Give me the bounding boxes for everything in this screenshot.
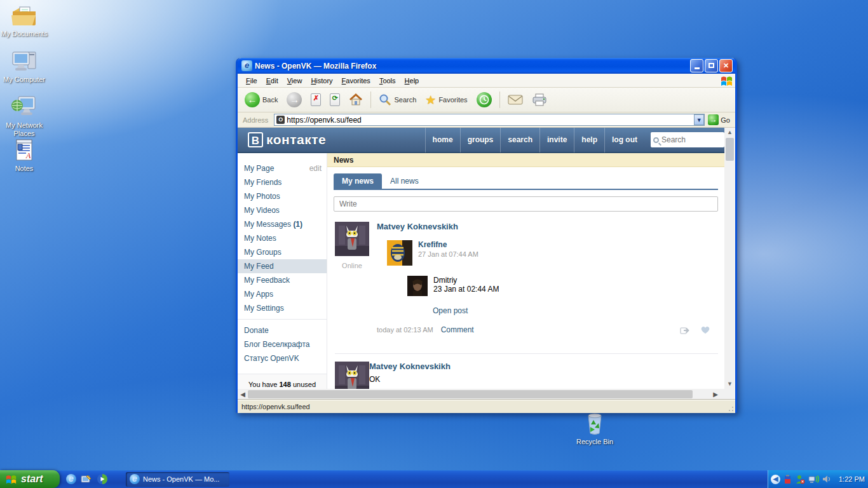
horizontal-scroll-thumb[interactable] [248, 390, 693, 398]
vk-search-box[interactable] [651, 132, 724, 147]
tray-utility-icon[interactable] [783, 475, 792, 484]
scroll-up-arrow[interactable]: ▲ [724, 128, 735, 137]
menu-favorites[interactable]: Favorites [337, 75, 375, 86]
taskbar-clock[interactable]: 1:22 PM [839, 475, 865, 483]
avatar[interactable] [335, 222, 369, 256]
write-post-box[interactable] [334, 196, 718, 212]
address-label: Address [240, 116, 271, 124]
sidebar-item-my-page[interactable]: My Page edit [238, 161, 327, 175]
forward-button[interactable]: → [283, 91, 305, 109]
search-icon [379, 93, 391, 106]
vk-logo[interactable]: В контакте [238, 132, 425, 147]
avatar[interactable] [335, 362, 369, 389]
history-button[interactable] [473, 91, 495, 109]
nav-invite[interactable]: invite [539, 128, 574, 152]
share-icon[interactable] [680, 325, 690, 334]
desktop-icon-recycle-bin[interactable]: Recycle Bin [571, 410, 619, 446]
minimize-button[interactable] [690, 59, 703, 72]
sidebar-item-my-photos[interactable]: My Photos [238, 189, 327, 203]
nested-repost-date[interactable]: 23 Jan at 02:44 AM [433, 285, 499, 294]
scroll-down-arrow[interactable]: ▼ [724, 379, 735, 389]
search-button[interactable]: Search [376, 92, 419, 107]
go-button[interactable]: → Go [708, 114, 733, 125]
desktop-icon-notes[interactable]: A Notes [0, 137, 48, 173]
scroll-right-arrow[interactable]: ▶ [710, 391, 721, 398]
sidebar-item-my-videos[interactable]: My Videos [238, 203, 327, 217]
edit-link[interactable]: edit [309, 164, 322, 173]
mail-button[interactable] [505, 93, 526, 107]
address-input[interactable] [287, 116, 694, 125]
sidebar-item-my-friends[interactable]: My Friends [238, 175, 327, 189]
nav-logout[interactable]: log out [604, 128, 644, 152]
home-button[interactable] [346, 92, 366, 107]
nav-home[interactable]: home [425, 128, 460, 152]
maximize-button[interactable] [705, 59, 718, 72]
repost-date[interactable]: 27 Jan at 07:44 AM [418, 250, 478, 258]
sidebar-item-my-apps[interactable]: My Apps [238, 287, 327, 301]
address-dropdown-button[interactable]: ▼ [694, 114, 704, 125]
vertical-scroll-thumb[interactable] [726, 138, 734, 161]
open-post-link[interactable]: Open post [433, 306, 718, 315]
sidebar-item-my-notes[interactable]: My Notes [238, 231, 327, 245]
menu-bar: File Edit View History Favorites Tools H… [238, 74, 735, 88]
title-bar[interactable]: e News - OpenVK — Mozilla Firefox ✕ [238, 58, 735, 74]
favorites-button[interactable]: ★ Favorites [422, 92, 470, 109]
nav-help[interactable]: help [574, 128, 604, 152]
back-button[interactable]: ← Back [241, 91, 281, 109]
refresh-button[interactable]: ⟳ [327, 92, 343, 107]
menu-file[interactable]: File [241, 75, 262, 86]
vertical-scrollbar[interactable]: ▲ ▼ [724, 128, 735, 389]
sidebar-item-my-feed[interactable]: My Feed [238, 259, 327, 273]
stop-button[interactable]: ✗ [308, 92, 324, 107]
volume-icon[interactable] [822, 475, 832, 484]
repost-avatar[interactable] [387, 240, 412, 266]
print-button[interactable] [529, 92, 550, 107]
tray-collapse-chevron-icon[interactable]: ◀ [771, 475, 780, 484]
network-activity-icon[interactable] [808, 475, 819, 484]
messenger-offline-icon[interactable] [795, 475, 805, 484]
scroll-left-arrow[interactable]: ◀ [238, 391, 248, 398]
close-button[interactable]: ✕ [719, 59, 733, 72]
desktop-icon-my-computer[interactable]: My Computer [0, 48, 48, 84]
sidebar-item-my-groups[interactable]: My Groups [238, 245, 327, 259]
tab-my-news[interactable]: My news [334, 173, 382, 189]
menu-tools[interactable]: Tools [375, 75, 400, 86]
nav-groups[interactable]: groups [460, 128, 501, 152]
nested-repost-avatar[interactable] [407, 276, 428, 296]
horizontal-scrollbar[interactable]: ◀ ▶ [238, 389, 735, 400]
toolbar: ← Back → ✗ ⟳ Search ★ [238, 88, 735, 112]
resize-grip[interactable] [726, 404, 735, 412]
desktop-icon-my-network-places[interactable]: My Network Places [0, 94, 48, 138]
desktop-icon-my-documents[interactable]: My Documents [0, 3, 48, 38]
taskbar-task-button[interactable]: e News - OpenVK — Mo... [126, 472, 229, 487]
system-tray: ◀ 1:22 PM [768, 470, 868, 488]
show-desktop-icon[interactable] [81, 473, 92, 485]
sidebar-item-blog[interactable]: Блог Веселкрафта [238, 337, 327, 351]
sidebar-item-my-feedback[interactable]: My Feedback [238, 273, 327, 287]
sidebar-item-donate[interactable]: Donate [238, 323, 327, 337]
post-author[interactable]: Matvey Koknevskikh [369, 362, 722, 371]
post-time[interactable]: today at 02:13 AM [377, 326, 433, 334]
comment-link[interactable]: Comment [441, 325, 474, 334]
address-field[interactable]: O ▼ [274, 114, 705, 126]
start-button[interactable]: start [0, 470, 60, 488]
sidebar-item-status[interactable]: Статус OpenVK [238, 351, 327, 365]
like-heart-icon[interactable] [700, 325, 710, 334]
repost-author[interactable]: Krefifne [418, 240, 478, 249]
menu-view[interactable]: View [283, 75, 307, 86]
post-author[interactable]: Matvey Koknevskikh [377, 222, 718, 231]
write-post-input[interactable] [334, 200, 717, 208]
vk-logo-text: контакте [266, 132, 326, 147]
nav-search[interactable]: search [500, 128, 539, 152]
menu-edit[interactable]: Edit [262, 75, 283, 86]
nested-repost-author[interactable]: Dmitriy [433, 276, 499, 285]
quick-launch-ie-icon[interactable]: e [66, 474, 76, 484]
tab-all-news[interactable]: All news [382, 173, 427, 189]
windows-logo-icon [720, 74, 734, 87]
vk-search-input[interactable] [661, 135, 719, 144]
sidebar-item-my-settings[interactable]: My Settings [238, 301, 327, 315]
media-player-icon[interactable] [97, 473, 108, 485]
menu-history[interactable]: History [306, 75, 337, 86]
sidebar-item-my-messages[interactable]: My Messages (1) [238, 217, 327, 231]
menu-help[interactable]: Help [400, 75, 424, 86]
